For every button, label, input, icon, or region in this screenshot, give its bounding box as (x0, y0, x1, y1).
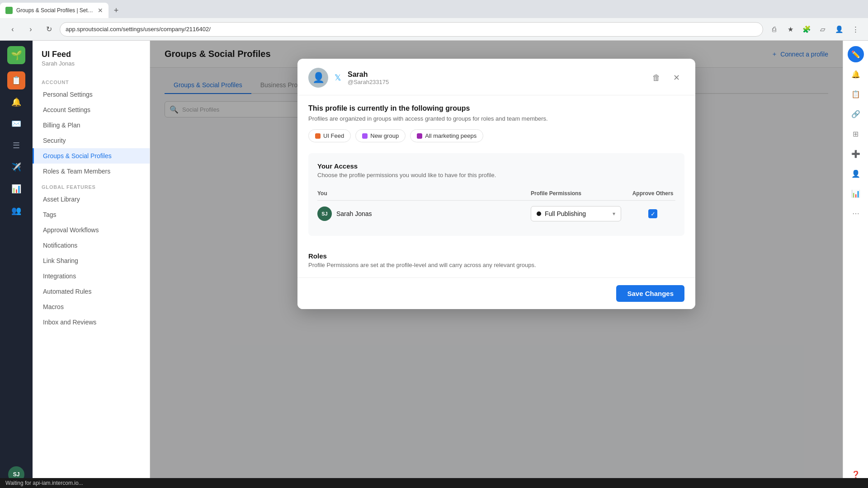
sidebar-item-link-sharing[interactable]: Link Sharing (33, 253, 150, 268)
sidebar-item-billing-plan[interactable]: Billing & Plan (33, 117, 150, 133)
left-nav-header: UI Feed Sarah Jonas (33, 50, 150, 74)
modal-body: This profile is currently in the followi… (297, 95, 695, 277)
analytics-panel-icon[interactable]: 📊 (848, 185, 864, 202)
group-tag-ui-feed[interactable]: UI Feed (308, 129, 351, 142)
roles-desc: Profile Permissions are set at the profi… (308, 262, 684, 268)
main-content: Groups & Social Profiles ＋ Connect a pro… (150, 41, 843, 488)
sidebar-item-messages[interactable]: ✉️ (7, 115, 25, 133)
forward-button[interactable]: › (24, 22, 38, 37)
group-dot-new-group (362, 133, 368, 139)
modal-header-actions: 🗑 ✕ (648, 70, 684, 86)
link-panel-icon[interactable]: 🔗 (848, 106, 864, 122)
approve-checkbox[interactable]: ✓ (648, 209, 657, 218)
close-modal-button[interactable]: ✕ (668, 70, 684, 86)
new-tab-button[interactable]: + (108, 3, 124, 18)
sidebar-item-tasks[interactable]: ☰ (7, 136, 25, 155)
groups-desc: Profiles are organized in groups with ac… (308, 115, 684, 122)
menu-button[interactable]: ⋮ (848, 22, 863, 37)
left-nav-subtitle: Sarah Jonas (42, 60, 141, 67)
tab-favicon (5, 7, 13, 14)
sidebar-item-feeds[interactable]: 📋 (7, 71, 25, 89)
modal-scroll-container: This profile is currently in the followi… (297, 95, 695, 277)
groups-heading: This profile is currently in the followi… (308, 104, 684, 113)
groups-section: This profile is currently in the followi… (297, 95, 695, 153)
permission-dropdown[interactable]: Full Publishing ▾ (531, 206, 621, 221)
sidebar-item-approval-workflows[interactable]: Approval Workflows (33, 222, 150, 238)
sidebar-item-notifications[interactable]: Notifications (33, 238, 150, 253)
roles-heading: Roles (308, 252, 684, 260)
modal-footer: Save Changes (297, 277, 695, 309)
access-section: Your Access Choose the profile permissio… (308, 153, 684, 236)
browser-nav-bar: ‹ › ↻ app.sproutsocial.com/settings/user… (0, 18, 868, 41)
twitter-icon: 𝕏 (335, 73, 341, 83)
sidebar: 🌱 📋 🔔 ✉️ ☰ ✈️ 📊 👥 SJ (0, 41, 33, 488)
access-table-header: You Profile Permissions Approve Others (317, 187, 675, 201)
browser-chrome: Groups & Social Profiles | Settin... ✕ +… (0, 0, 868, 41)
edit-icon[interactable]: ✏️ (848, 46, 864, 62)
app-layout: 🌱 📋 🔔 ✉️ ☰ ✈️ 📊 👥 SJ UI Feed Sarah Jonas… (0, 41, 868, 488)
modal-user-twitter-icon-container: 𝕏 (335, 73, 341, 83)
col-perms-header: Profile Permissions (531, 190, 630, 197)
group-tag-new-group[interactable]: New group (355, 129, 406, 142)
sidebar-item-users[interactable]: 👥 (7, 202, 25, 220)
group-tag-all-marketing[interactable]: All marketing peeps (410, 129, 483, 142)
group-dot-ui-feed (315, 133, 321, 139)
modal-user-handle: @Sarah233175 (348, 79, 642, 85)
sidebar-item-inbox-reviews[interactable]: Inbox and Reviews (33, 314, 150, 330)
access-table: You Profile Permissions Approve Others S… (317, 187, 675, 227)
roles-section: Roles Profile Permissions are set at the… (297, 243, 695, 277)
sidebar-item-tags[interactable]: Tags (33, 207, 150, 222)
global-features-section-label: Global Features (33, 179, 150, 192)
more-panel-icon[interactable]: ⋯ (848, 205, 864, 221)
profile-button[interactable]: 👤 (832, 22, 846, 37)
account-section-label: Account (33, 74, 150, 87)
sidebar-logo[interactable]: 🌱 (7, 46, 25, 64)
access-desc: Choose the profile permissions you would… (317, 172, 675, 178)
tab-title: Groups & Social Profiles | Settin... (16, 7, 94, 14)
tab-close-icon[interactable]: ✕ (98, 7, 103, 14)
modal-user-info: Sarah @Sarah233175 (348, 70, 642, 85)
sidebar-item-groups-social-profiles[interactable]: Groups & Social Profiles (33, 148, 150, 164)
save-changes-button[interactable]: Save Changes (616, 285, 684, 302)
extensions-button[interactable]: 🧩 (799, 22, 814, 37)
address-bar[interactable]: app.sproutsocial.com/settings/users/comp… (60, 22, 763, 37)
delete-profile-button[interactable]: 🗑 (648, 70, 665, 86)
sidebar-item-notifications[interactable]: 🔔 (7, 93, 25, 111)
sidebar-item-publish[interactable]: ✈️ (7, 158, 25, 176)
permission-label: Full Publishing (545, 210, 609, 217)
back-button[interactable]: ‹ (5, 22, 20, 37)
sidebar-toggle-button[interactable]: ▱ (816, 22, 830, 37)
sidebar-item-roles-team-members[interactable]: Roles & Team Members (33, 164, 150, 179)
users-panel-icon[interactable]: 👤 (848, 165, 864, 182)
sidebar-item-reports[interactable]: 📊 (7, 180, 25, 198)
share-button[interactable]: ⎙ (767, 22, 781, 37)
browser-tabs: Groups & Social Profiles | Settin... ✕ + (0, 0, 868, 18)
modal-user-name: Sarah (348, 70, 642, 79)
sidebar-item-macros[interactable]: Macros (33, 299, 150, 314)
permission-dot (537, 211, 541, 216)
modal-header: 👤 𝕏 Sarah @Sarah233175 🗑 ✕ (297, 59, 695, 95)
approve-cell: ✓ (630, 209, 675, 218)
right-panel: ✏️ 🔔 📋 🔗 ⊞ ➕ 👤 📊 ⋯ ❓ (843, 41, 868, 488)
browser-tab-active[interactable]: Groups & Social Profiles | Settin... ✕ (0, 3, 108, 18)
group-dot-all-marketing (417, 133, 422, 139)
address-text: app.sproutsocial.com/settings/users/comp… (66, 26, 211, 33)
table-row: SJ Sarah Jonas Full Publishing ▾ (317, 201, 675, 227)
sidebar-item-asset-library[interactable]: Asset Library (33, 192, 150, 207)
status-message: Waiting for api-iam.intercom.io... (5, 480, 83, 486)
user-cell: SJ Sarah Jonas (317, 206, 531, 221)
sidebar-item-account-settings[interactable]: Account Settings (33, 102, 150, 117)
left-nav: UI Feed Sarah Jonas Account Personal Set… (33, 41, 150, 488)
sidebar-item-security[interactable]: Security (33, 133, 150, 148)
sidebar-item-personal-settings[interactable]: Personal Settings (33, 87, 150, 102)
bookmark-button[interactable]: ★ (783, 22, 797, 37)
grid-panel-icon[interactable]: ⊞ (848, 126, 864, 142)
nav-actions: ⎙ ★ 🧩 ▱ 👤 ⋮ (767, 22, 863, 37)
sidebar-item-integrations[interactable]: Integrations (33, 268, 150, 284)
sidebar-item-automated-rules[interactable]: Automated Rules (33, 284, 150, 299)
add-panel-icon[interactable]: ➕ (848, 145, 864, 162)
tasks-panel-icon[interactable]: 📋 (848, 86, 864, 102)
refresh-button[interactable]: ↻ (42, 22, 56, 37)
permission-cell: Full Publishing ▾ (531, 206, 630, 221)
notifications-panel-icon[interactable]: 🔔 (848, 66, 864, 82)
